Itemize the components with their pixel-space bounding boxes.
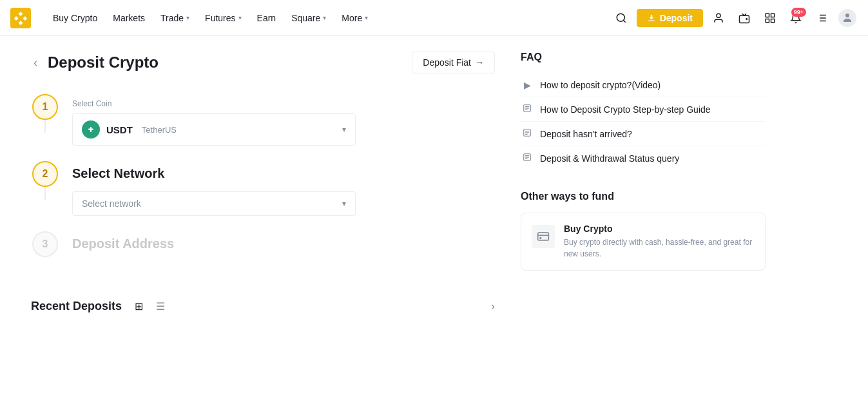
svg-rect-7 xyxy=(766,19,769,22)
faq-text-3: Deposit & Withdrawal Status query xyxy=(540,153,679,164)
tether-logo xyxy=(85,124,97,135)
coin-symbol: USDT xyxy=(106,124,133,135)
svg-point-4 xyxy=(746,18,747,19)
nav-trade[interactable]: Trade ▾ xyxy=(154,9,196,27)
orders-button[interactable] xyxy=(760,8,780,28)
settings-button[interactable] xyxy=(811,8,832,28)
svg-point-32 xyxy=(540,238,541,239)
step-1-number: 1 xyxy=(32,94,58,120)
avatar-icon xyxy=(838,9,856,27)
coin-select-chevron: ▾ xyxy=(342,125,346,134)
nav-more[interactable]: More ▾ xyxy=(335,9,374,27)
download-icon xyxy=(647,14,656,23)
nav-links: Buy Crypto Markets Trade ▾ Futures ▾ Ear… xyxy=(46,9,611,27)
step-1-body: Select Coin USDT TetherUS xyxy=(59,94,495,161)
nav-futures[interactable]: Futures ▾ xyxy=(198,9,247,27)
square-chevron: ▾ xyxy=(323,14,326,21)
nav-right: Deposit 99+ xyxy=(611,8,858,28)
more-chevron: ▾ xyxy=(365,14,368,21)
usdt-icon xyxy=(82,120,100,139)
svg-rect-5 xyxy=(766,14,769,17)
step-1-left: 1 xyxy=(31,94,59,133)
step-1-line xyxy=(44,120,46,133)
profile-icon xyxy=(713,12,724,24)
coin-select[interactable]: USDT TetherUS ▾ xyxy=(72,113,356,146)
step-1-row: 1 Select Coin xyxy=(31,94,495,161)
doc-icon-3 xyxy=(521,153,534,164)
svg-rect-8 xyxy=(771,19,775,22)
search-icon xyxy=(615,12,627,24)
step-1-label: Select Coin xyxy=(72,99,495,108)
faq-text-0: How to deposit crypto?(Video) xyxy=(540,80,661,90)
arrow-icon: → xyxy=(475,57,484,68)
coin-name: TetherUS xyxy=(142,125,177,135)
step-2-row: 2 Select Network Select network ▾ xyxy=(31,161,495,231)
nav-earn[interactable]: Earn xyxy=(251,9,283,27)
step-3-row: 3 Deposit Address xyxy=(31,231,495,277)
search-button[interactable] xyxy=(611,8,632,28)
navbar: Buy Crypto Markets Trade ▾ Futures ▾ Ear… xyxy=(0,0,868,36)
faq-item-3[interactable]: Deposit & Withdrawal Status query xyxy=(521,146,766,170)
fund-card-title: Buy Crypto xyxy=(564,224,755,234)
faq-text-2: Deposit hasn't arrived? xyxy=(540,129,632,139)
step-2-title: Select Network xyxy=(72,166,495,181)
other-ways-section: Other ways to fund Buy Crypto Buy crypto… xyxy=(521,191,766,271)
faq-item-0[interactable]: ▶ How to deposit crypto?(Video) xyxy=(521,73,766,97)
main-container: ‹ Deposit Crypto Deposit Fiat → 1 Select… xyxy=(0,36,868,341)
svg-rect-3 xyxy=(740,15,749,23)
network-placeholder: Select network xyxy=(82,198,141,209)
settings-icon xyxy=(816,12,827,24)
deposit-button[interactable]: Deposit xyxy=(637,9,703,27)
svg-point-2 xyxy=(717,14,720,17)
faq-title: FAQ xyxy=(521,52,766,63)
play-icon: ▶ xyxy=(521,80,534,90)
page-header: ‹ Deposit Crypto Deposit Fiat → xyxy=(31,52,495,73)
header-left: ‹ Deposit Crypto xyxy=(31,53,159,72)
doc-icon-2 xyxy=(521,128,534,139)
faq-item-1[interactable]: How to Deposit Crypto Step-by-step Guide xyxy=(521,97,766,122)
recent-deposits-header: Recent Deposits ⊞ ☰ › xyxy=(31,298,495,315)
buy-crypto-icon xyxy=(532,225,555,248)
wallet-fund-icon xyxy=(537,230,550,243)
orders-icon xyxy=(764,12,776,24)
view-grid-button[interactable]: ⊞ xyxy=(130,298,148,315)
scroll-right-button[interactable]: › xyxy=(491,300,495,313)
faq-section: FAQ ▶ How to deposit crypto?(Video) How … xyxy=(521,52,766,170)
notification-badge: 99+ xyxy=(791,8,806,17)
network-select-chevron: ▾ xyxy=(342,199,346,208)
step-3-title: Deposit Address xyxy=(72,236,495,251)
wallet-icon xyxy=(738,12,750,24)
faq-item-2[interactable]: Deposit hasn't arrived? xyxy=(521,122,766,146)
coin-info: USDT TetherUS xyxy=(82,120,177,139)
buy-crypto-card[interactable]: Buy Crypto Buy crypto directly with cash… xyxy=(521,213,766,271)
deposit-fiat-button[interactable]: Deposit Fiat → xyxy=(412,52,495,73)
nav-buy-crypto[interactable]: Buy Crypto xyxy=(46,9,104,27)
step-3-number: 3 xyxy=(32,231,58,257)
left-panel: ‹ Deposit Crypto Deposit Fiat → 1 Select… xyxy=(31,52,495,325)
svg-rect-6 xyxy=(771,14,775,17)
wallet-button[interactable] xyxy=(734,8,755,28)
steps-container: 1 Select Coin xyxy=(31,94,495,277)
notifications-button[interactable]: 99+ xyxy=(786,8,806,28)
svg-rect-0 xyxy=(10,8,31,28)
step-2-number: 2 xyxy=(32,161,58,187)
step-2-left: 2 xyxy=(31,161,59,200)
page-title: Deposit Crypto xyxy=(48,53,159,72)
trade-chevron: ▾ xyxy=(186,14,189,21)
nav-square[interactable]: Square ▾ xyxy=(285,9,333,27)
step-3-body: Deposit Address xyxy=(59,231,495,277)
binance-logo-icon xyxy=(10,8,31,28)
back-button[interactable]: ‹ xyxy=(31,53,40,72)
nav-markets[interactable]: Markets xyxy=(106,9,151,27)
view-list-button[interactable]: ☰ xyxy=(151,298,170,315)
svg-point-1 xyxy=(617,14,624,21)
step-2-body: Select Network Select network ▾ xyxy=(59,161,495,231)
view-toggle: ⊞ ☰ xyxy=(130,298,170,315)
avatar-button[interactable] xyxy=(837,8,858,28)
network-select[interactable]: Select network ▾ xyxy=(72,191,356,216)
profile-button[interactable] xyxy=(708,8,729,28)
doc-icon-1 xyxy=(521,104,534,115)
faq-text-1: How to Deposit Crypto Step-by-step Guide xyxy=(540,104,711,115)
brand-logo[interactable] xyxy=(10,8,31,28)
recent-deposits-title: Recent Deposits xyxy=(31,300,122,313)
